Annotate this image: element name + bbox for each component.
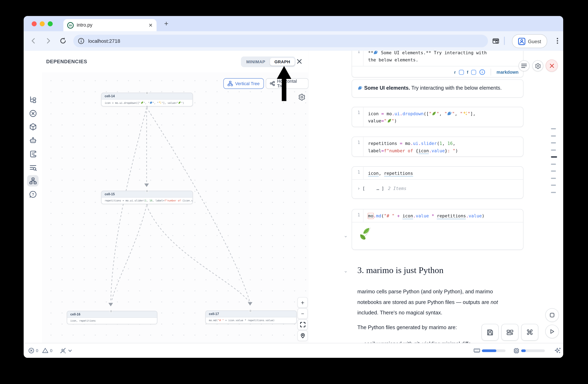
info-icon[interactable]: [479, 69, 485, 75]
url-bar[interactable]: localhost:2718: [73, 35, 488, 47]
tab-graph[interactable]: GRAPH: [270, 58, 295, 65]
sidebar-item-snippets[interactable]: [27, 162, 39, 173]
fit-view-button[interactable]: [297, 319, 308, 330]
close-window-button[interactable]: [32, 21, 37, 26]
error-count: 0: [36, 348, 38, 353]
sidebar-item-packages[interactable]: [27, 121, 39, 133]
stop-icon: [549, 312, 555, 318]
guest-label: Guest: [528, 38, 541, 44]
search-tabs-icon[interactable]: [492, 38, 500, 45]
app-content: ? DEPENDENCIES MINIMAP GRAPH: [24, 51, 563, 343]
graph-node-cell-17[interactable]: cell-17 mo.md("# " + icon.value * repeti…: [206, 310, 297, 324]
reload-icon[interactable]: [59, 37, 67, 45]
minimap-dash[interactable]: [551, 178, 556, 179]
node-port: [146, 92, 148, 95]
new-tab-button[interactable]: +: [164, 19, 168, 28]
browser-tab[interactable]: m intro.py ✕: [63, 19, 157, 31]
cpu-meter: [521, 349, 545, 352]
vertical-tree-button[interactable]: Vertical Tree: [223, 78, 264, 89]
warning-count: 0: [50, 348, 52, 353]
minimap-dash-active[interactable]: [551, 156, 557, 158]
sidebar-item-ai-chat[interactable]: [27, 135, 39, 146]
collapse-chevron-icon[interactable]: ⌄: [344, 233, 348, 238]
sidebar-item-scratchpad[interactable]: [27, 148, 39, 159]
notebook-menu-button[interactable]: [519, 60, 530, 71]
sidebar-item-variables[interactable]: [27, 108, 39, 119]
node-port: [146, 203, 148, 206]
cell-dropdown-code[interactable]: 1 icon = mo.ui.dropdown(["", "", ""],val…: [352, 107, 524, 127]
expand-chevron-icon[interactable]: ›: [357, 186, 360, 191]
stop-kernel-button[interactable]: [545, 308, 559, 322]
profile-button[interactable]: Guest: [512, 34, 547, 48]
minimap-dash[interactable]: [551, 192, 556, 193]
cell-markdown-editor[interactable]: 1 ** Some UI elements.** Try interacting…: [352, 51, 524, 77]
layout-icon: [506, 328, 513, 336]
tab-close-icon[interactable]: ✕: [148, 22, 153, 28]
back-icon[interactable]: [30, 37, 37, 45]
variables-icon: [29, 109, 37, 117]
minimap-dash[interactable]: [551, 185, 556, 186]
layout-button[interactable]: [501, 324, 519, 341]
minimize-window-button[interactable]: [40, 21, 45, 26]
code-editor[interactable]: icon = mo.ui.dropdown(["", "", ""],value…: [363, 107, 476, 127]
ai-sparkle-icon: [554, 347, 561, 354]
leaf-emoji: [141, 101, 144, 104]
ai-assistant-button[interactable]: [554, 343, 561, 358]
save-button[interactable]: [482, 324, 499, 341]
panel-close-icon[interactable]: [295, 58, 303, 65]
graph-node-cell-15[interactable]: cell-15 repetitions = mo.ui.slider(1, 16…: [101, 191, 193, 204]
markdown-output-text: Some UI elements. Try interacting with t…: [352, 80, 523, 96]
tab-minimap[interactable]: MINIMAP: [242, 58, 270, 65]
node-code: icon = mo.ui.dropdown(["", "", ""], valu…: [102, 99, 193, 106]
play-icon: [549, 329, 555, 334]
site-info-icon[interactable]: [78, 38, 84, 44]
graph-node-cell-16[interactable]: cell-16 icon, repetitions: [67, 311, 157, 324]
browser-menu-icon[interactable]: [554, 37, 561, 45]
sidebar-item-help[interactable]: ?: [27, 189, 39, 200]
errors-indicator[interactable]: 0: [28, 343, 38, 358]
sidebar-item-file-tree[interactable]: [27, 94, 39, 105]
graph-settings-icon[interactable]: [298, 94, 305, 101]
minimap-dash[interactable]: [551, 142, 556, 143]
notebook-settings-button[interactable]: [532, 60, 543, 71]
r-checkbox[interactable]: [459, 70, 464, 75]
forward-icon[interactable]: [44, 37, 52, 45]
center-node-button[interactable]: [297, 330, 308, 341]
code-editor[interactable]: ** Some UI elements.** Try interacting w…: [363, 51, 487, 66]
connection-menu[interactable]: [60, 343, 72, 358]
dependencies-panel: DEPENDENCIES MINIMAP GRAPH: [42, 51, 309, 343]
markdown-output: Some UI elements. Try interacting with t…: [352, 79, 524, 98]
language-label[interactable]: markdown: [497, 70, 519, 74]
zoom-in-button[interactable]: ＋: [297, 297, 308, 308]
cell-tuple-code[interactable]: 1 icon, repetitions › [ … ] 2 Items: [352, 166, 524, 199]
code-editor[interactable]: mo.md("# " + icon.value * repetitions.va…: [363, 210, 484, 222]
leaf-emoji: [358, 227, 372, 241]
shortcuts-button[interactable]: ⌘: [521, 324, 538, 341]
sparkles-emoji: [462, 111, 467, 116]
graph-node-cell-14[interactable]: cell-14 icon = mo.ui.dropdown(["", "", "…: [101, 93, 193, 106]
minimap-dash[interactable]: [551, 128, 556, 129]
wave-emoji: [373, 51, 378, 55]
array-output[interactable]: › [ … ] 2 Items: [352, 180, 523, 197]
memory-meter: [482, 349, 506, 352]
section-chevron-icon[interactable]: ⌄: [344, 268, 348, 273]
minimap-dash[interactable]: [551, 171, 556, 172]
minimap-dash[interactable]: [551, 135, 556, 136]
minimap-dash[interactable]: [551, 164, 556, 165]
zoom-out-button[interactable]: －: [297, 308, 308, 319]
collapsed-dots: …: [377, 186, 379, 191]
sidebar-item-dependencies[interactable]: [27, 175, 39, 187]
run-cell-button[interactable]: [545, 325, 559, 338]
code-editor[interactable]: icon, repetitions: [363, 167, 413, 179]
shutdown-button[interactable]: [546, 59, 558, 72]
graph-canvas[interactable]: Vertical Tree Horizontal Tree cell-14 ic…: [42, 73, 309, 343]
code-editor[interactable]: repetitions = mo.ui.slider(1, 16,label=f…: [363, 137, 458, 157]
f-checkbox[interactable]: [471, 70, 476, 75]
dependencies-header: DEPENDENCIES MINIMAP GRAPH: [42, 51, 309, 73]
cell-md-concat[interactable]: 1 mo.md("# " + icon.value * repetitions.…: [352, 209, 524, 250]
cell-slider-code[interactable]: 1 repetitions = mo.ui.slider(1, 16,label…: [352, 136, 524, 157]
maximize-window-button[interactable]: [48, 21, 53, 26]
warnings-indicator[interactable]: 0: [42, 343, 52, 358]
minimap-dash[interactable]: [551, 149, 556, 151]
status-bar: 0 0: [24, 343, 563, 358]
